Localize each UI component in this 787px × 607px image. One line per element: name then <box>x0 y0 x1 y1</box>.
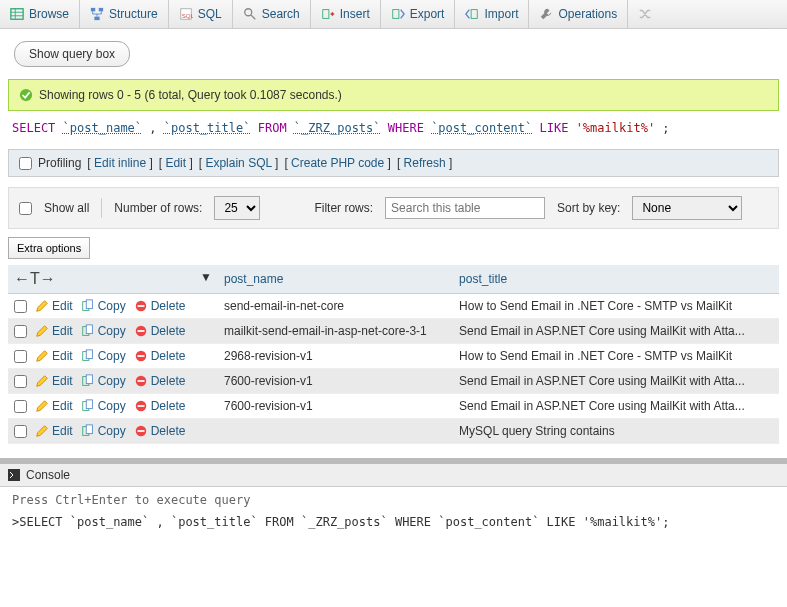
row-edit-link[interactable]: Edit <box>35 399 73 413</box>
row-controls-header: ←T→ ▼ <box>8 265 218 294</box>
tab-export[interactable]: Export <box>381 0 456 28</box>
tab-import[interactable]: Import <box>455 0 529 28</box>
row-checkbox[interactable] <box>14 400 27 413</box>
row-checkbox[interactable] <box>14 325 27 338</box>
edit-inline-link[interactable]: Edit inline <box>94 156 146 170</box>
svg-rect-34 <box>137 405 144 407</box>
insert-icon <box>321 7 335 21</box>
cell-post-name: send-email-in-net-core <box>218 294 453 319</box>
extra-options-row: Extra options <box>8 237 779 259</box>
row-checkbox[interactable] <box>14 375 27 388</box>
sort-toggle-icon[interactable]: ▼ <box>200 270 212 284</box>
row-delete-link[interactable]: Delete <box>134 399 186 413</box>
row-delete-link[interactable]: Delete <box>134 424 186 438</box>
create-php-link[interactable]: Create PHP code <box>291 156 384 170</box>
console-panel: Console Press Ctrl+Enter to execute quer… <box>0 458 787 535</box>
row-edit-link[interactable]: Edit <box>35 424 73 438</box>
row-copy-link[interactable]: Copy <box>81 424 126 438</box>
cell-post-title: How to Send Email in .NET Core - SMTP vs… <box>453 294 779 319</box>
sql-table: `_ZRZ_posts` <box>294 121 381 135</box>
svg-rect-0 <box>11 9 23 20</box>
sort-select[interactable]: None <box>632 196 742 220</box>
row-copy-link[interactable]: Copy <box>81 349 126 363</box>
show-all-label: Show all <box>44 201 89 215</box>
arrow-control[interactable]: ←T→ <box>14 270 56 288</box>
svg-rect-16 <box>86 300 92 309</box>
extra-options-button[interactable]: Extra options <box>8 237 90 259</box>
sort-label: Sort by key: <box>557 201 620 215</box>
row-delete-link[interactable]: Delete <box>134 374 186 388</box>
row-delete-link[interactable]: Delete <box>134 299 186 313</box>
kw-where: WHERE <box>388 121 431 135</box>
svg-rect-36 <box>86 425 92 434</box>
kw-select: SELECT <box>12 121 55 135</box>
profiling-checkbox[interactable] <box>19 157 32 170</box>
table-row: EditCopyDeletesend-email-in-net-coreHow … <box>8 294 779 319</box>
cell-post-name: 7600-revision-v1 <box>218 394 453 419</box>
tab-search[interactable]: Search <box>233 0 311 28</box>
tab-label: Export <box>410 7 445 21</box>
row-copy-link[interactable]: Copy <box>81 374 126 388</box>
num-rows-select[interactable]: 25 <box>214 196 260 220</box>
row-edit-link[interactable]: Edit <box>35 374 73 388</box>
edit-link[interactable]: Edit <box>165 156 186 170</box>
tab-label: Structure <box>109 7 158 21</box>
cell-post-title: Send Email in ASP.NET Core using MailKit… <box>453 394 779 419</box>
tab-sql[interactable]: SQL SQL <box>169 0 233 28</box>
row-delete-link[interactable]: Delete <box>134 324 186 338</box>
svg-rect-20 <box>86 325 92 334</box>
console-header[interactable]: Console <box>0 464 787 487</box>
row-edit-link[interactable]: Edit <box>35 324 73 338</box>
search-icon <box>243 7 257 21</box>
success-text: Showing rows 0 - 5 (6 total, Query took … <box>39 88 342 102</box>
sql-display: SELECT `post_name` , `post_title` FROM `… <box>0 111 787 145</box>
tab-label: Insert <box>340 7 370 21</box>
console-title: Console <box>26 468 70 482</box>
cell-post-name <box>218 419 453 444</box>
check-icon <box>19 88 33 102</box>
cell-post-name: mailkit-send-email-in-asp-net-core-3-1 <box>218 319 453 344</box>
refresh-link[interactable]: Refresh <box>404 156 446 170</box>
row-delete-link[interactable]: Delete <box>134 349 186 363</box>
show-all-checkbox[interactable] <box>19 202 32 215</box>
col-header-post-name[interactable]: post_name <box>218 265 453 294</box>
cell-post-title: Send Email in ASP.NET Core using MailKit… <box>453 319 779 344</box>
svg-point-9 <box>244 9 251 16</box>
console-body[interactable]: Press Ctrl+Enter to execute query >SELEC… <box>0 487 787 535</box>
svg-rect-18 <box>137 305 144 307</box>
export-icon <box>391 7 405 21</box>
sql-col: `post_title` <box>164 121 251 135</box>
row-edit-link[interactable]: Edit <box>35 299 73 313</box>
console-query: >SELECT `post_name` , `post_title` FROM … <box>12 515 775 529</box>
tab-insert[interactable]: Insert <box>311 0 381 28</box>
svg-text:SQL: SQL <box>181 12 192 19</box>
tab-more[interactable] <box>628 0 662 28</box>
filter-input[interactable] <box>385 197 545 219</box>
shuffle-icon <box>638 7 652 21</box>
row-copy-link[interactable]: Copy <box>81 299 126 313</box>
tab-structure[interactable]: Structure <box>80 0 169 28</box>
col-header-post-title[interactable]: post_title <box>453 265 779 294</box>
tab-browse[interactable]: Browse <box>0 0 80 28</box>
row-edit-link[interactable]: Edit <box>35 349 73 363</box>
svg-rect-12 <box>393 10 399 19</box>
show-query-box-button[interactable]: Show query box <box>14 41 130 67</box>
row-checkbox[interactable] <box>14 425 27 438</box>
row-copy-link[interactable]: Copy <box>81 324 126 338</box>
table-row: EditCopyDeletemailkit-send-email-in-asp-… <box>8 319 779 344</box>
svg-rect-32 <box>86 400 92 409</box>
tab-operations[interactable]: Operations <box>529 0 628 28</box>
results-table: ←T→ ▼ post_name post_title EditCopyDelet… <box>8 265 779 444</box>
sql-string: '%mailkit%' <box>576 121 655 135</box>
table-row: EditCopyDelete2968-revision-v1How to Sen… <box>8 344 779 369</box>
query-ops-bar: Profiling [ Edit inline ] [ Edit ] [ Exp… <box>8 149 779 177</box>
tab-label: Browse <box>29 7 69 21</box>
explain-sql-link[interactable]: Explain SQL <box>205 156 271 170</box>
query-box-row: Show query box <box>0 29 787 79</box>
row-checkbox[interactable] <box>14 300 27 313</box>
wrench-icon <box>539 7 553 21</box>
table-row: EditCopyDelete7600-revision-v1Send Email… <box>8 394 779 419</box>
row-checkbox[interactable] <box>14 350 27 363</box>
row-copy-link[interactable]: Copy <box>81 399 126 413</box>
top-tabs: Browse Structure SQL SQL Search Insert E… <box>0 0 787 29</box>
